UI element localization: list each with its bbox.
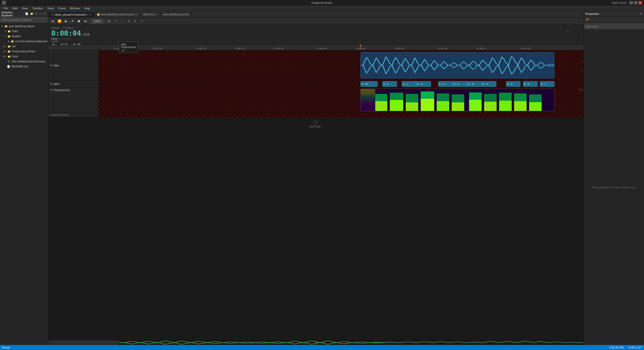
folder-icon: 📁 (7, 44, 11, 48)
tree-item-readme[interactable]: 📄 README.md (0, 64, 48, 69)
svg-rect-20 (464, 89, 469, 111)
solution-explorer-search[interactable] (0, 17, 48, 23)
menu-edit[interactable]: Edit (11, 6, 19, 10)
add-track-row[interactable]: + Add Track... (48, 117, 584, 130)
audio-track-row: 👁 data 0 -1 (48, 50, 584, 80)
tree-item-data[interactable]: ▼ 📁 Data (0, 29, 48, 34)
tab-tutorial[interactable]: auto-labelling-tutorial (160, 11, 191, 17)
svg-rect-13 (421, 99, 434, 111)
svg-rect-16 (437, 101, 449, 111)
menu-file[interactable]: File (2, 6, 10, 10)
elapsed-label: Elapsed (51, 27, 60, 29)
cursor-tool-btn[interactable]: I (132, 18, 138, 24)
pause-btn[interactable]: ⏸ (69, 18, 75, 24)
timeline-area: Elapsed Timestamp 0:00:04.259 Length 0:0… (48, 25, 584, 345)
collapse-btn[interactable]: — (38, 12, 43, 15)
app-icon: 🎵 (2, 1, 6, 5)
fit-btn[interactable]: ⊡ (106, 18, 112, 24)
label-track-header: 👁 label (48, 80, 99, 87)
open-cloud-btn[interactable]: Open Cloud (612, 1, 626, 4)
label-chip-1[interactable]: d... 88... (360, 81, 377, 87)
tab-session[interactable]: 🎵 down_group44.imsession ● ✕ (48, 11, 94, 17)
properties-close-btn[interactable]: ✕ (639, 12, 642, 15)
main-layout: Solution Explorer 📄 📁 ↺ — ✕ ▼ 📁 auto-lab… (0, 11, 644, 345)
menu-window[interactable]: Window (68, 6, 82, 10)
svg-rect-34 (529, 102, 542, 111)
zoom-in-btn[interactable]: + (113, 18, 119, 24)
new-folder-btn[interactable]: 📁 (29, 12, 34, 15)
tree-item-conv1d[interactable]: ▶ 📁 conv1d-medium-balanced-3 (0, 39, 48, 44)
audio-track-content[interactable]: 0 -1 (99, 50, 584, 80)
menu-cloud[interactable]: Cloud (56, 6, 67, 10)
maximize-btn[interactable]: □ (634, 1, 637, 5)
properties-filter[interactable] (584, 23, 644, 30)
tab-welcome[interactable]: Welcome ✕ (141, 11, 160, 17)
tree-item-old[interactable]: ▶ 📁 old (0, 44, 48, 49)
tick-plus20: 0:00:20 (521, 46, 530, 50)
audio-track-eye[interactable]: 👁 (50, 64, 53, 67)
play-btn[interactable]: ▶ (63, 18, 69, 24)
label-chip-11[interactable]: d... 7... (540, 81, 554, 87)
time-progress-bar (51, 38, 71, 39)
svg-rect-5 (387, 89, 390, 111)
menu-timeline[interactable]: Timeline (30, 6, 45, 10)
tree-view: ▼ 📁 auto-labelling-tutorial ▼ 📁 Data ▼ 📁… (0, 23, 48, 345)
tab-improj[interactable]: 📁 auto-labelling-tutorial.improj ✕ (94, 11, 141, 17)
tree-item-models[interactable]: ▼ 📁 Models (0, 34, 48, 39)
label-chip-4[interactable]: d... 9... (416, 81, 431, 87)
properties-header: Properties ✕ (584, 11, 644, 17)
spectrogram-clip[interactable] (360, 89, 554, 111)
tree-item-root[interactable]: ▼ 📁 auto-labelling-tutorial (0, 24, 48, 29)
tree-item-preprocessortrack[interactable]: ▶ 📁 PreprocessorTrack (0, 49, 48, 54)
ruler-timeline[interactable]: -0:00:30 -0:00:25 -0:00:20 -0:00:15 -0:0… (99, 45, 584, 50)
zoom-out-btn[interactable]: − (119, 18, 125, 24)
menu-help[interactable]: Help (82, 6, 92, 10)
label-chip-7[interactable]: d... 8... (467, 81, 482, 87)
menu-view[interactable]: View (20, 6, 30, 10)
transport-section: Elapsed Timestamp 0:00:04.259 Length 0:0… (48, 25, 584, 45)
svg-rect-17 (449, 89, 452, 111)
stop-btn[interactable]: ⏹ (76, 18, 82, 24)
label-chip-8[interactable]: d... 6... (482, 81, 496, 87)
minimize-btn[interactable]: ─ (629, 1, 633, 5)
collapse-arrow-icon: ▼ (1, 25, 4, 27)
close-panel-btn[interactable]: ✕ (43, 12, 47, 15)
label-chip-2[interactable]: d... 5... (382, 81, 397, 87)
mini-timeline-left (48, 340, 118, 345)
toolbar: ⏮ ⏪ ▶ ⏸ ⏹ ⏭ ⊡ + − ↖ I + (48, 18, 584, 25)
label-chip-3[interactable]: d... 1... (402, 81, 416, 87)
label-chip-6[interactable]: d... 9... (453, 81, 467, 87)
label-track-content[interactable]: d... 88... d... 5... d... 1... d... 9...… (99, 80, 584, 87)
waveform-clip[interactable] (360, 52, 554, 78)
select-tool-btn[interactable]: ↖ (126, 18, 132, 24)
tab-improj-close[interactable]: ✕ (136, 13, 138, 16)
scale-value: 2 (567, 30, 569, 32)
go-start-btn[interactable]: ⏮ (50, 18, 56, 24)
app-title: Imagimob Studio (52, 1, 592, 4)
tab-session-close[interactable]: ✕ (90, 13, 92, 16)
label-chip-10[interactable]: d... 9... (523, 81, 538, 87)
refresh-btn[interactable]: ↺ (34, 12, 38, 15)
time-display: Elapsed Timestamp 0:00:04.259 Length 0:0… (48, 25, 99, 45)
tab-welcome-close[interactable]: ✕ (155, 13, 157, 16)
menu-tools[interactable]: Tools (45, 6, 56, 10)
tree-item-units[interactable]: ▶ 📁 Units (0, 54, 48, 59)
go-end-btn[interactable]: ⏭ (83, 18, 89, 24)
close-btn[interactable]: ✕ (638, 1, 642, 5)
preprocessor-track-eye[interactable]: 👁 (50, 89, 53, 92)
add-btn[interactable]: + (139, 18, 145, 24)
label-chip-5[interactable]: d... 9... (438, 81, 453, 87)
prev-btn[interactable]: ⏪ (56, 18, 62, 24)
pin-icon[interactable]: 📌 (585, 18, 589, 21)
svg-rect-29 (512, 89, 514, 111)
mini-timeline[interactable] (48, 340, 584, 345)
time-right-1: 0:00:00.000 (609, 346, 624, 349)
tick-minus10: -0:00:10 (273, 46, 284, 50)
tree-item-improj[interactable]: ⚙ auto-labelling-tutorial.improj (0, 59, 48, 64)
preprocessor-track-content[interactable]: 119 (99, 88, 584, 112)
label-chip-9[interactable]: d... 9... (506, 81, 521, 87)
zoom-input[interactable] (91, 19, 103, 24)
label-track-eye[interactable]: 👁 (50, 82, 53, 85)
new-file-btn[interactable]: 📄 (24, 12, 29, 15)
folder-icon: 📁 (10, 39, 14, 43)
